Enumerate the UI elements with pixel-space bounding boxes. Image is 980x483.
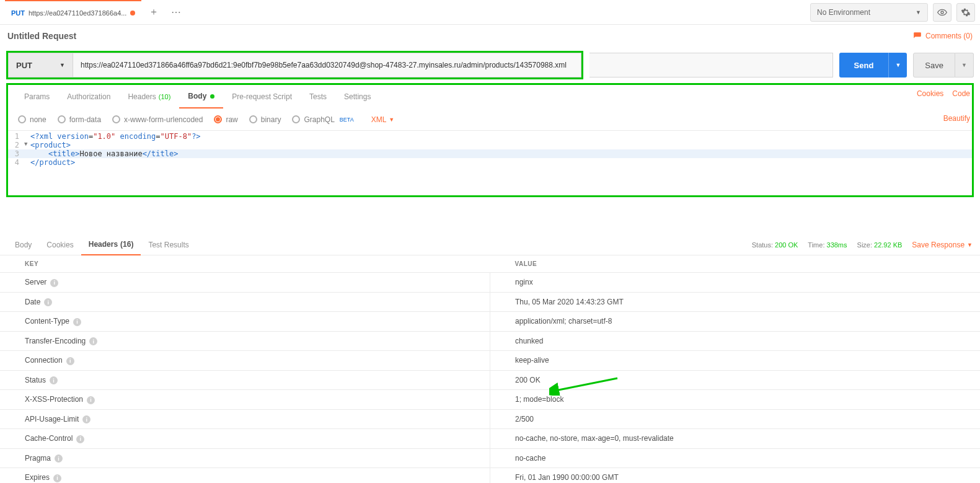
header-key: Connectioni: [0, 351, 490, 371]
tab-headers[interactable]: Headers (10): [119, 85, 179, 109]
header-key: X-XSS-Protectioni: [0, 390, 490, 410]
table-row: Serveringinx: [0, 273, 980, 293]
header-key: API-Usage-Limiti: [0, 409, 490, 429]
response-meta: Status: 200 OK Time: 338ms Size: 22.92 K…: [752, 241, 973, 249]
cookies-link[interactable]: Cookies: [917, 89, 943, 98]
request-tabs-highlight: Params Authorization Headers (10) Body P…: [6, 83, 974, 109]
chevron-down-icon: ▼: [389, 117, 394, 123]
header-key: Serveri: [0, 273, 490, 293]
tab-settings[interactable]: Settings: [335, 85, 379, 109]
header-key: Datei: [0, 292, 490, 312]
save-response-link[interactable]: Save Response ▼: [912, 241, 973, 249]
header-value: no-cache: [490, 448, 981, 468]
header-value: application/xml; charset=utf-8: [490, 312, 981, 332]
request-title: Untitled Request: [7, 31, 76, 41]
gear-icon: [961, 7, 971, 17]
header-value: chunked: [490, 331, 981, 351]
body-raw-radio[interactable]: raw: [214, 115, 237, 124]
column-value: VALUE: [490, 255, 981, 273]
more-tabs-button[interactable]: ⋯: [166, 2, 186, 22]
response-time: 338ms: [827, 241, 847, 249]
unsaved-dot-icon: [130, 11, 135, 16]
environment-select[interactable]: No Environment ▼: [810, 3, 928, 22]
chevron-down-icon: ▼: [60, 62, 65, 68]
resp-tab-tests[interactable]: Test Results: [141, 234, 196, 255]
header-key: Pragmai: [0, 448, 490, 468]
body-editor[interactable]: 1<?xml version="1.0" encoding="UTF-8"?> …: [8, 131, 972, 187]
response-size: 22.92 KB: [874, 241, 902, 249]
save-button[interactable]: Save: [913, 53, 955, 78]
response-section: Body Cookies Headers (16) Test Results S…: [0, 234, 980, 483]
resp-tab-headers[interactable]: Headers (16): [81, 234, 141, 255]
chevron-down-icon: ▼: [895, 62, 901, 68]
open-tab-request[interactable]: PUT https://ea0247110ed371866a4...: [5, 0, 141, 25]
response-tabs: Body Cookies Headers (16) Test Results: [7, 234, 196, 255]
chevron-down-icon: ▼: [967, 242, 973, 248]
tabs-right-links: Cookies Code: [917, 89, 970, 98]
resp-tab-cookies[interactable]: Cookies: [39, 234, 81, 255]
header-value: keep-alive: [490, 351, 981, 371]
tab-body[interactable]: Body: [179, 85, 223, 109]
comments-link[interactable]: Comments (0): [913, 32, 973, 40]
send-group: Send ▼: [839, 53, 907, 78]
tab-params[interactable]: Params: [15, 85, 58, 109]
save-dropdown[interactable]: ▼: [955, 53, 974, 78]
info-icon: i: [89, 337, 97, 345]
code-link[interactable]: Code: [952, 89, 970, 98]
open-tabs: PUT https://ea0247110ed371866a4... ＋ ⋯: [5, 0, 810, 25]
info-icon: i: [50, 376, 58, 384]
tab-tests[interactable]: Tests: [301, 85, 335, 109]
table-row: Statusi200 OK: [0, 370, 980, 390]
info-icon: i: [73, 318, 81, 326]
table-row: DateiThu, 05 Mar 2020 14:43:23 GMT: [0, 292, 980, 312]
body-format-select[interactable]: XML ▼: [371, 115, 395, 124]
table-row: Content-Typeiapplication/xml; charset=ut…: [0, 312, 980, 332]
request-title-row: Untitled Request Comments (0): [0, 25, 980, 47]
send-button[interactable]: Send: [839, 53, 889, 78]
body-urlencoded-radio[interactable]: x-www-form-urlencoded: [112, 115, 203, 124]
environment-area: No Environment ▼: [810, 3, 975, 22]
tab-prerequest[interactable]: Pre-request Script: [223, 85, 301, 109]
chevron-down-icon: ▼: [961, 62, 967, 68]
table-row: Pragmaino-cache: [0, 448, 980, 468]
settings-button[interactable]: [956, 3, 975, 22]
header-value: Thu, 05 Mar 2020 14:43:23 GMT: [490, 292, 981, 312]
tab-authorization[interactable]: Authorization: [58, 85, 119, 109]
body-none-radio[interactable]: none: [18, 115, 46, 124]
body-section-highlight: none form-data x-www-form-urlencoded raw…: [6, 109, 974, 197]
url-input[interactable]: [73, 53, 581, 78]
svg-line-2: [555, 378, 617, 391]
info-icon: i: [82, 415, 90, 423]
body-graphql-radio[interactable]: GraphQLBETA: [292, 115, 353, 124]
method-url-highlight: PUT ▼: [6, 51, 583, 79]
body-formdata-radio[interactable]: form-data: [58, 115, 101, 124]
header-key: Transfer-Encodingi: [0, 331, 490, 351]
eye-icon: [937, 7, 947, 17]
body-indicator-icon: [210, 94, 214, 99]
url-input-overflow[interactable]: [589, 53, 833, 78]
table-row: ExpiresiFri, 01 Jan 1990 00:00:00 GMT: [0, 468, 980, 484]
view-environment-button[interactable]: [933, 3, 951, 22]
table-row: Transfer-Encodingichunked: [0, 331, 980, 351]
info-icon: i: [53, 474, 61, 482]
save-group: Save ▼: [913, 53, 974, 78]
response-headers-table: KEY VALUE ServeringinxDateiThu, 05 Mar 2…: [0, 255, 980, 483]
beautify-link[interactable]: Beautify: [943, 114, 970, 123]
header-value: nginx: [490, 273, 981, 293]
resp-tab-body[interactable]: Body: [7, 234, 39, 255]
body-type-options: none form-data x-www-form-urlencoded raw…: [8, 109, 972, 131]
header-key: Cache-Controli: [0, 429, 490, 449]
svg-point-0: [941, 11, 943, 14]
top-bar: PUT https://ea0247110ed371866a4... ＋ ⋯ N…: [0, 0, 980, 25]
table-row: X-XSS-Protectioni1; mode=block: [0, 390, 980, 410]
new-tab-button[interactable]: ＋: [144, 2, 164, 22]
header-value: Fri, 01 Jan 1990 00:00:00 GMT: [490, 468, 981, 484]
info-icon: i: [55, 454, 63, 463]
method-select[interactable]: PUT ▼: [8, 53, 73, 78]
send-dropdown[interactable]: ▼: [888, 53, 907, 78]
info-icon: i: [87, 396, 95, 404]
response-tabs-row: Body Cookies Headers (16) Test Results S…: [0, 234, 980, 255]
body-binary-radio[interactable]: binary: [249, 115, 281, 124]
environment-label: No Environment: [817, 8, 870, 17]
comment-icon: [913, 32, 922, 40]
